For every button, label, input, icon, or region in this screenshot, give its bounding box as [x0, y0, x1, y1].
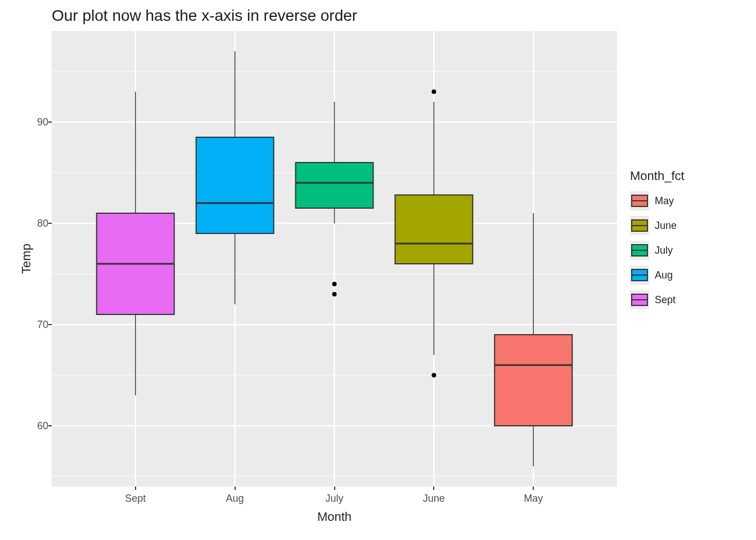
chart-title: Our plot now has the x-axis in reverse o… [52, 7, 357, 25]
x-tick-label: Aug [226, 493, 244, 505]
x-tick-label: July [325, 493, 343, 505]
legend: Month_fct MayJuneJulyAugSept [630, 169, 748, 315]
plot-panel [52, 31, 617, 487]
y-tick-mark [48, 223, 52, 224]
legend-key [630, 266, 649, 285]
svg-rect-36 [494, 335, 572, 426]
svg-point-32 [431, 89, 436, 94]
y-tick-mark [48, 122, 52, 123]
svg-point-33 [431, 373, 436, 377]
legend-item: Aug [630, 266, 748, 285]
legend-label: June [655, 220, 677, 232]
figure: Our plot now has the x-axis in reverse o… [0, 0, 756, 540]
legend-key [630, 216, 649, 235]
y-axis-label: Temp [11, 31, 42, 487]
svg-rect-30 [395, 195, 472, 264]
legend-label: Aug [655, 269, 673, 281]
y-tick-label: 60 [15, 420, 48, 432]
x-tick-mark [433, 487, 434, 490]
x-axis-label: Month [52, 510, 617, 524]
legend-title: Month_fct [630, 169, 748, 183]
svg-point-26 [332, 282, 337, 286]
y-tick-label: 70 [15, 319, 48, 331]
y-tick-mark [48, 425, 52, 426]
x-tick-label: Sept [125, 493, 146, 505]
x-tick-mark [533, 487, 534, 490]
plot-svg [52, 31, 617, 487]
y-tick-label: 90 [15, 116, 48, 128]
legend-label: May [655, 195, 674, 207]
legend-label: July [655, 245, 673, 256]
svg-rect-24 [296, 163, 374, 208]
y-tick-mark [48, 324, 52, 325]
legend-key [630, 241, 649, 260]
legend-key [630, 191, 649, 210]
x-tick-mark [135, 487, 136, 490]
legend-item: May [630, 191, 748, 210]
legend-key [630, 290, 649, 309]
legend-item: July [630, 241, 748, 260]
legend-item: Sept [630, 290, 748, 309]
legend-label: Sept [655, 294, 676, 306]
svg-rect-20 [196, 137, 274, 233]
x-tick-label: May [524, 493, 543, 505]
legend-item: June [630, 216, 748, 235]
x-tick-label: June [423, 493, 445, 505]
x-tick-mark [334, 487, 335, 490]
y-tick-label: 80 [15, 218, 48, 230]
svg-point-27 [332, 292, 337, 296]
x-tick-mark [235, 487, 236, 490]
